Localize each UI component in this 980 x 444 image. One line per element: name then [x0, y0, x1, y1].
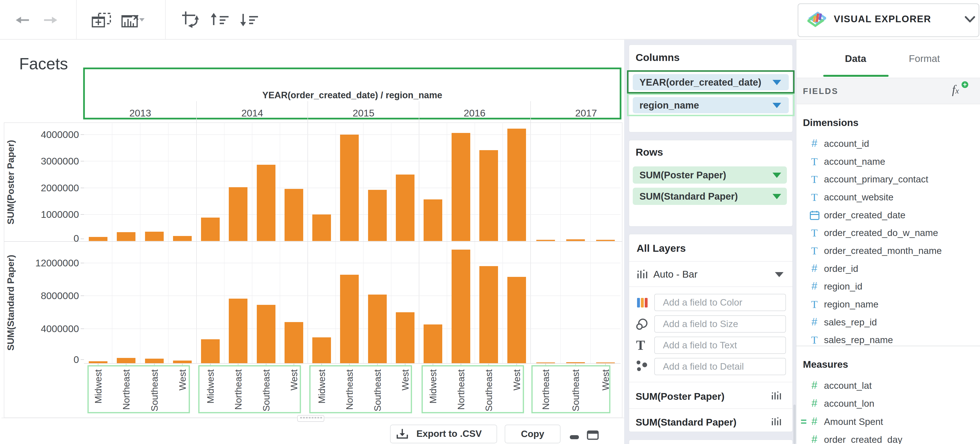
svg-text:Northeast: Northeast [541, 369, 551, 410]
svg-text:0: 0 [73, 233, 79, 244]
svg-text:West: West [400, 369, 410, 390]
svg-text:2014: 2014 [241, 108, 263, 119]
svg-text:West: West [512, 369, 522, 390]
svg-text:3000000: 3000000 [41, 155, 79, 166]
svg-text:SUM(Standard Paper): SUM(Standard Paper) [5, 255, 16, 351]
svg-text:Midwest: Midwest [205, 369, 216, 404]
svg-text:8000000: 8000000 [41, 290, 79, 301]
svg-text:Midwest: Midwest [317, 369, 327, 404]
svg-text:Northeast: Northeast [233, 369, 243, 410]
svg-text:Southeast: Southeast [484, 369, 494, 411]
svg-text:Midwest: Midwest [428, 369, 438, 404]
svg-text:SUM(Poster Paper): SUM(Poster Paper) [5, 140, 16, 224]
svg-text:Southeast: Southeast [261, 369, 271, 411]
svg-text:Southeast: Southeast [571, 369, 581, 411]
svg-text:YEAR(order_created_date) / reg: YEAR(order_created_date) / region_name [262, 90, 442, 100]
svg-text:West: West [177, 369, 188, 390]
svg-text:Southeast: Southeast [150, 369, 160, 411]
svg-text:2015: 2015 [353, 108, 374, 119]
svg-text:Midwest: Midwest [93, 369, 103, 404]
svg-text:Southeast: Southeast [372, 369, 383, 411]
svg-text:Northeast: Northeast [456, 369, 466, 410]
svg-text:Facets: Facets [19, 54, 68, 73]
svg-text:2017: 2017 [575, 108, 597, 119]
svg-text:Northeast: Northeast [344, 369, 355, 410]
svg-text:Northeast: Northeast [121, 369, 131, 410]
svg-text:West: West [289, 369, 299, 390]
svg-text:2016: 2016 [463, 108, 485, 119]
svg-text:2000000: 2000000 [41, 182, 79, 193]
svg-text:4000000: 4000000 [41, 129, 79, 140]
svg-text:1000000: 1000000 [41, 209, 79, 220]
svg-text:0: 0 [73, 354, 79, 365]
svg-text:12000000: 12000000 [35, 257, 79, 268]
svg-text:2013: 2013 [129, 108, 151, 119]
svg-text:West: West [600, 369, 611, 390]
svg-text:4000000: 4000000 [41, 323, 79, 334]
